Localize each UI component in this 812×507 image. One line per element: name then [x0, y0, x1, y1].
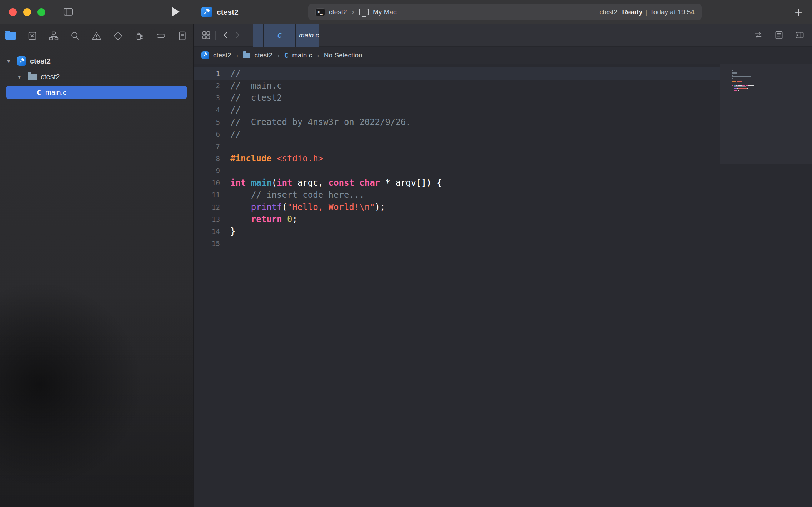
- breakpoint-navigator-tab[interactable]: [150, 24, 171, 48]
- test-navigator-tab[interactable]: [107, 24, 129, 48]
- minimap-line: [732, 86, 812, 87]
- chevron-right-icon: [276, 51, 280, 60]
- code-line[interactable]: 9: [194, 165, 720, 177]
- code-text: //: [220, 67, 241, 80]
- chevron-down-icon[interactable]: [18, 73, 24, 80]
- breadcrumb-item-file[interactable]: main.c: [292, 51, 312, 59]
- status-state: Ready: [622, 8, 642, 16]
- breadcrumb: ctest2 ctest2 C main.c No Selection: [194, 47, 812, 64]
- add-editor-button[interactable]: [794, 30, 805, 41]
- tree-item-project[interactable]: ctest2: [0, 53, 193, 69]
- close-button[interactable]: [9, 8, 17, 16]
- symbol-hierarchy-icon: [49, 31, 59, 41]
- source-control-navigator-tab[interactable]: [21, 24, 43, 48]
- line-number: 11: [194, 191, 220, 199]
- code-line[interactable]: 8#include <stdio.h>: [194, 152, 720, 165]
- report-document-icon: [177, 31, 187, 41]
- code-line[interactable]: 15: [194, 237, 720, 250]
- destination-computer-icon: [359, 9, 369, 15]
- tree-item-group[interactable]: ctest2: [0, 69, 193, 85]
- code-line[interactable]: 1//: [194, 67, 720, 80]
- add-button[interactable]: [791, 5, 806, 19]
- report-navigator-tab[interactable]: [171, 24, 193, 48]
- activity-viewer[interactable]: ctest2 My Mac ctest2: Ready | Today at 1…: [308, 4, 702, 20]
- minimap-line: [732, 72, 812, 73]
- xcode-project-icon: [201, 51, 209, 59]
- minimap[interactable]: [720, 64, 812, 507]
- code-line[interactable]: 4//: [194, 104, 720, 116]
- code-line[interactable]: 5// Created by 4nsw3r on 2022/9/26.: [194, 116, 720, 128]
- sidebar-toggle-button[interactable]: [62, 6, 74, 17]
- line-number: 2: [194, 82, 220, 90]
- code-line[interactable]: 2// main.c: [194, 80, 720, 92]
- run-button[interactable]: [170, 6, 182, 17]
- code-review-button[interactable]: [753, 30, 763, 41]
- breadcrumb-item-group[interactable]: ctest2: [254, 51, 272, 59]
- issue-navigator-tab[interactable]: [86, 24, 107, 48]
- editor-options-button[interactable]: [773, 30, 784, 41]
- breadcrumb-item-selection[interactable]: No Selection: [324, 51, 362, 59]
- debug-navigator-tab[interactable]: [129, 24, 150, 48]
- code-text: // insert code here...: [220, 189, 365, 201]
- code-line[interactable]: 11 // insert code here...: [194, 189, 720, 201]
- c-file-icon: C: [263, 24, 296, 47]
- minimap-line: [732, 78, 812, 79]
- diamond-icon: [113, 31, 123, 41]
- minimap-line: [732, 90, 812, 91]
- minimap-line: [732, 91, 812, 92]
- code-line[interactable]: 7: [194, 140, 720, 152]
- project-navigator-tab[interactable]: [0, 24, 21, 48]
- chevron-left-icon: [221, 30, 231, 40]
- code-line[interactable]: 3// ctest2: [194, 92, 720, 104]
- c-file-icon: C: [284, 51, 288, 59]
- folder-icon: [5, 32, 16, 40]
- code-line[interactable]: 10int main(int argc, const char * argv[]…: [194, 177, 720, 189]
- xcode-project-icon: [17, 56, 26, 66]
- zoom-button[interactable]: [37, 8, 45, 16]
- chevron-right-icon: [316, 51, 320, 60]
- line-number: 8: [194, 155, 220, 162]
- code-text: //: [220, 128, 241, 140]
- navigator-sidebar: ctest2 ctest2 C main.c: [0, 24, 194, 507]
- warning-triangle-icon: [91, 31, 102, 41]
- forward-button[interactable]: [231, 30, 243, 41]
- chevron-right-icon: [351, 8, 355, 16]
- code-line[interactable]: 13 return 0;: [194, 213, 720, 225]
- scheme-target[interactable]: ctest2: [329, 8, 347, 16]
- status-project: ctest2:: [599, 8, 619, 16]
- line-number: 6: [194, 130, 220, 138]
- code-text: //: [220, 104, 241, 116]
- code-text: // main.c: [220, 80, 282, 92]
- code-text: // Created by 4nsw3r on 2022/9/26.: [220, 116, 411, 128]
- chevron-right-icon: [232, 30, 242, 40]
- code-line[interactable]: 12 printf("Hello, World!\n");: [194, 201, 720, 213]
- status-separator: |: [645, 8, 647, 16]
- line-number: 1: [194, 70, 220, 77]
- line-number: 4: [194, 106, 220, 114]
- tree-item-label: ctest2: [30, 57, 51, 65]
- symbol-navigator-tab[interactable]: [43, 24, 64, 48]
- code-line[interactable]: 6//: [194, 128, 720, 140]
- breadcrumb-item-project[interactable]: ctest2: [213, 51, 231, 59]
- find-navigator-tab[interactable]: [64, 24, 86, 48]
- file-tree: ctest2 ctest2 C main.c: [0, 48, 193, 99]
- tree-item-label: ctest2: [41, 73, 60, 81]
- back-button[interactable]: [220, 30, 231, 41]
- code-text: printf("Hello, World!\n");: [220, 201, 385, 213]
- c-file-icon: C: [37, 88, 41, 97]
- code-area: 1//2// main.c3// ctest24//5// Created by…: [194, 67, 720, 250]
- source-control-icon: [27, 31, 37, 41]
- chevron-down-icon[interactable]: [7, 57, 14, 65]
- line-number: 12: [194, 203, 220, 211]
- scheme-destination[interactable]: My Mac: [373, 8, 397, 16]
- tree-item-main-c[interactable]: C main.c: [6, 86, 187, 99]
- code-line[interactable]: 14}: [194, 225, 720, 237]
- tab-main-c[interactable]: C main.c: [253, 24, 319, 47]
- toolbar-project-area: ctest2 ctest2 My Mac ctest2: Ready | Tod…: [194, 0, 812, 24]
- source-editor[interactable]: 1//2// main.c3// ctest24//5// Created by…: [194, 64, 720, 507]
- window-controls: [9, 0, 45, 24]
- related-items-button[interactable]: [201, 30, 211, 40]
- folder-icon: [28, 74, 37, 80]
- minimize-button[interactable]: [23, 8, 31, 16]
- minimap-line: [732, 85, 812, 86]
